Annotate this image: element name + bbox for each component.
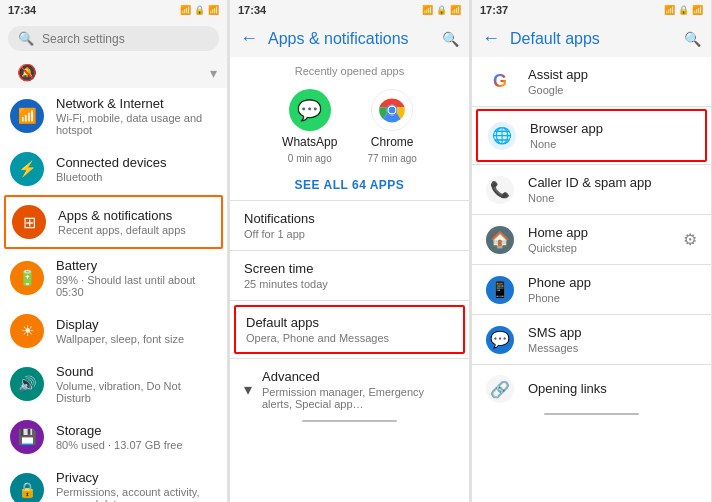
search-icon-button-3[interactable]: 🔍 [684, 31, 701, 47]
time-2: 17:34 [238, 4, 266, 16]
default-app-phone[interactable]: 📱 Phone app Phone [472, 265, 711, 314]
browser-icon: 🌐 [488, 122, 516, 150]
search-bar[interactable]: 🔍 [8, 26, 219, 51]
menu-item-screen-time[interactable]: Screen time 25 minutes today [230, 251, 469, 300]
display-icon: ☀ [10, 314, 44, 348]
screen-time-title: Screen time [244, 261, 455, 276]
storage-sub: 80% used · 13.07 GB free [56, 439, 217, 451]
home-sub: Quickstep [528, 242, 669, 254]
default-app-links[interactable]: 🔗 Opening links [472, 365, 711, 413]
sound-sub: Volume, vibration, Do Not Disturb [56, 380, 217, 404]
see-all-apps-button[interactable]: SEE ALL 64 APPS [230, 172, 469, 200]
privacy-sub: Permissions, account activity, personal … [56, 486, 217, 502]
menu-item-advanced[interactable]: ▾ Advanced Permission manager, Emergency… [230, 359, 469, 420]
default-apps-title: Default apps [246, 315, 453, 330]
gear-icon[interactable]: ⚙ [683, 230, 697, 249]
status-bar-3: 17:37 📶 🔒 📶 [472, 0, 711, 20]
network-sub: Wi-Fi, mobile, data usage and hotspot [56, 112, 217, 136]
sidebar-item-privacy[interactable]: 🔒 Privacy Permissions, account activity,… [0, 462, 227, 502]
app-item-whatsapp[interactable]: 💬 WhatsApp 0 min ago [282, 89, 337, 164]
wifi-icon: 📶 [10, 99, 44, 133]
app-item-chrome[interactable]: Chrome 77 min ago [367, 89, 416, 164]
sidebar-item-connected[interactable]: ⚡ Connected devices Bluetooth [0, 144, 227, 194]
apps-icon: ⊞ [12, 205, 46, 239]
mute-icon: 🔕 [10, 63, 44, 82]
privacy-title: Privacy [56, 470, 217, 485]
assist-sub: Google [528, 84, 697, 96]
sidebar-item-sound[interactable]: 🔊 Sound Volume, vibration, Do Not Distur… [0, 356, 227, 412]
recently-opened-label: Recently opened apps [230, 57, 469, 81]
default-apps-sub: Opera, Phone and Messages [246, 332, 453, 344]
status-icons-1: 📶 🔒 📶 [180, 5, 219, 15]
chrome-svg-icon [378, 96, 406, 124]
sms-icon: 💬 [486, 326, 514, 354]
sms-sub: Messages [528, 342, 697, 354]
sidebar-item-battery[interactable]: 🔋 Battery 89% · Should last until about … [0, 250, 227, 306]
caller-icon: 📞 [486, 176, 514, 204]
advanced-sub: Permission manager, Emergency alerts, Sp… [262, 386, 455, 410]
status-bar-1: 17:34 📶 🔒 📶 [0, 0, 227, 20]
storage-title: Storage [56, 423, 217, 438]
panel3-title: Default apps [510, 30, 674, 48]
whatsapp-name: WhatsApp [282, 135, 337, 149]
menu-item-notifications[interactable]: Notifications Off for 1 app [230, 201, 469, 250]
panel1-header: 17:34 📶 🔒 📶 🔍 🔕 ▾ [0, 0, 227, 88]
recently-opened-apps: 💬 WhatsApp 0 min ago [230, 81, 469, 172]
home-icon: 🏠 [486, 226, 514, 254]
battery-title: Battery [56, 258, 217, 273]
advanced-title: Advanced [262, 369, 455, 384]
back-button-3[interactable]: ← [482, 28, 500, 49]
scroll-indicator-3 [544, 413, 640, 415]
apps-sub: Recent apps, default apps [58, 224, 215, 236]
status-icons-2: 📶 🔒 📶 [422, 5, 461, 15]
menu-item-default-apps[interactable]: Default apps Opera, Phone and Messages [234, 305, 465, 354]
search-input[interactable] [42, 32, 209, 46]
storage-icon: 💾 [10, 420, 44, 454]
whatsapp-icon: 💬 [289, 89, 331, 131]
chevron-down-icon: ▾ [244, 380, 252, 399]
default-app-browser[interactable]: 🌐 Browser app None [476, 109, 707, 162]
chevron-icon: ▾ [210, 65, 217, 81]
search-icon-button-2[interactable]: 🔍 [442, 31, 459, 47]
sidebar-item-display[interactable]: ☀ Display Wallpaper, sleep, font size [0, 306, 227, 356]
nav-header-2: ← Apps & notifications 🔍 [230, 20, 469, 57]
default-app-home[interactable]: 🏠 Home app Quickstep ⚙ [472, 215, 711, 264]
sidebar-item-storage[interactable]: 💾 Storage 80% used · 13.07 GB free [0, 412, 227, 462]
notifications-title: Notifications [244, 211, 455, 226]
time-3: 17:37 [480, 4, 508, 16]
phone-sub: Phone [528, 292, 697, 304]
time-1: 17:34 [8, 4, 36, 16]
google-icon: G [486, 68, 514, 96]
display-sub: Wallpaper, sleep, font size [56, 333, 217, 345]
sidebar-item-network[interactable]: 📶 Network & Internet Wi-Fi, mobile, data… [0, 88, 227, 144]
apps-notifications-list: Recently opened apps 💬 WhatsApp 0 min ag… [230, 57, 469, 502]
connected-sub: Bluetooth [56, 171, 217, 183]
phone-icon: 📱 [486, 276, 514, 304]
connected-title: Connected devices [56, 155, 217, 170]
divider-da-1 [472, 106, 711, 107]
default-app-assist[interactable]: G Assist app Google [472, 57, 711, 106]
panel3-header: 17:37 📶 🔒 📶 ← Default apps 🔍 [472, 0, 711, 57]
status-bar-2: 17:34 📶 🔒 📶 [230, 0, 469, 20]
default-app-sms[interactable]: 💬 SMS app Messages [472, 315, 711, 364]
links-icon: 🔗 [486, 375, 514, 403]
panel2-title: Apps & notifications [268, 30, 432, 48]
settings-list: 📶 Network & Internet Wi-Fi, mobile, data… [0, 88, 227, 502]
back-button-2[interactable]: ← [240, 28, 258, 49]
caller-sub: None [528, 192, 697, 204]
default-app-caller[interactable]: 📞 Caller ID & spam app None [472, 165, 711, 214]
phone-title: Phone app [528, 275, 697, 290]
chrome-icon [371, 89, 413, 131]
display-title: Display [56, 317, 217, 332]
network-title: Network & Internet [56, 96, 217, 111]
battery-sub: 89% · Should last until about 05:30 [56, 274, 217, 298]
default-apps-list: G Assist app Google 🌐 Browser app None 📞 [472, 57, 711, 502]
sidebar-item-apps[interactable]: ⊞ Apps & notifications Recent apps, defa… [4, 195, 223, 249]
divider-3 [230, 300, 469, 301]
panel2-header: 17:34 📶 🔒 📶 ← Apps & notifications 🔍 [230, 0, 469, 57]
home-title: Home app [528, 225, 669, 240]
assist-title: Assist app [528, 67, 697, 82]
browser-sub: None [530, 138, 695, 150]
nav-header-3: ← Default apps 🔍 [472, 20, 711, 57]
sound-title: Sound [56, 364, 217, 379]
